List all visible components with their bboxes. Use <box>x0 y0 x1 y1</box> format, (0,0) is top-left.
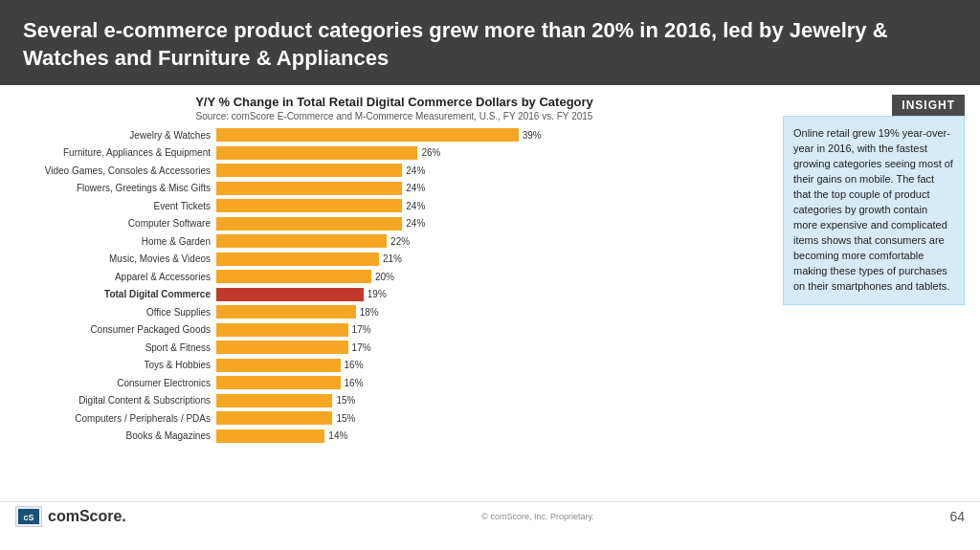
bar-value-label: 24% <box>406 218 425 229</box>
bar-label: Sport & Fitness <box>15 342 216 353</box>
bar-label: Consumer Packaged Goods <box>15 324 216 335</box>
table-row: Books & Magazines14% <box>15 429 773 444</box>
bar-value-label: 17% <box>352 324 371 335</box>
bar-label: Computer Software <box>15 218 216 229</box>
bar-value-label: 16% <box>345 378 364 388</box>
bar-label: Toys & Hobbies <box>15 360 216 370</box>
table-row: Digital Content & Subscriptions15% <box>15 393 773 408</box>
bar-value-label: 15% <box>336 413 355 424</box>
svg-text:cS: cS <box>23 513 33 522</box>
footer-page: 64 <box>949 509 965 524</box>
bar-value-label: 17% <box>352 342 371 353</box>
table-row: Toys & Hobbies16% <box>15 358 773 373</box>
bar-label: Home & Garden <box>15 236 216 247</box>
chart-section: Y/Y % Change in Total Retail Digital Com… <box>15 95 773 495</box>
logo-text: comScore. <box>48 508 126 525</box>
bar-label: Digital Content & Subscriptions <box>15 395 216 406</box>
footer: cS comScore. © comScore, Inc. Proprietar… <box>0 501 980 530</box>
table-row: Consumer Packaged Goods17% <box>15 322 773 338</box>
bar-fill <box>216 305 356 319</box>
comscore-logo-icon: cS <box>15 506 42 527</box>
bar-container: 24% <box>216 199 773 212</box>
bar-container: 18% <box>216 305 773 319</box>
chart-subtitle: Source: comScore E-Commerce and M-Commer… <box>15 111 773 121</box>
bar-fill <box>216 270 371 283</box>
bar-container: 14% <box>216 429 773 443</box>
chart-title: Y/Y % Change in Total Retail Digital Com… <box>15 95 773 109</box>
table-row: Sport & Fitness17% <box>15 340 773 355</box>
table-row: Event Tickets24% <box>15 198 773 213</box>
bar-container: 19% <box>216 288 773 301</box>
bar-container: 26% <box>216 146 773 160</box>
bar-value-label: 18% <box>360 307 379 318</box>
bar-label: Apparel & Accessories <box>15 272 216 282</box>
bar-chart: Jewelry & Watches39%Furniture, Appliance… <box>15 127 773 444</box>
bar-container: 16% <box>216 359 773 372</box>
bar-fill <box>216 288 364 301</box>
slide-title: Several e-commerce product categories gr… <box>23 17 957 72</box>
bar-container: 17% <box>216 341 773 354</box>
bar-value-label: 26% <box>421 147 440 158</box>
bar-label: Video Games, Consoles & Accessories <box>15 165 216 176</box>
bar-container: 15% <box>216 411 773 425</box>
bar-value-label: 24% <box>406 183 425 193</box>
bar-fill <box>216 253 379 266</box>
bar-fill <box>216 199 402 212</box>
bar-value-label: 15% <box>336 395 355 406</box>
footer-copyright: © comScore, Inc. Proprietary. <box>481 512 594 521</box>
bar-fill <box>216 182 402 195</box>
bar-label: Music, Movies & Videos <box>15 253 216 264</box>
table-row: Office Supplies18% <box>15 304 773 319</box>
table-row: Jewelry & Watches39% <box>15 127 773 143</box>
bar-container: 17% <box>216 323 773 337</box>
bar-container: 24% <box>216 164 773 177</box>
bar-value-label: 22% <box>390 236 410 247</box>
bar-container: 21% <box>216 253 773 266</box>
bar-fill <box>216 323 348 337</box>
bar-label: Office Supplies <box>15 307 216 318</box>
table-row: Apparel & Accessories20% <box>15 269 773 284</box>
bar-label: Jewelry & Watches <box>15 130 216 141</box>
bar-container: 22% <box>216 234 773 248</box>
bar-label: Event Tickets <box>15 201 216 211</box>
slide-header: Several e-commerce product categories gr… <box>0 0 980 85</box>
bar-value-label: 24% <box>406 201 425 211</box>
table-row: Total Digital Commerce19% <box>15 287 773 302</box>
insight-box: Online retail grew 19% year-over-year in… <box>783 116 965 304</box>
bar-value-label: 24% <box>406 165 425 176</box>
bar-fill <box>216 341 348 354</box>
table-row: Computer Software24% <box>15 216 773 231</box>
bar-container: 24% <box>216 217 773 231</box>
table-row: Computers / Peripherals / PDAs15% <box>15 410 773 426</box>
bar-fill <box>216 146 417 160</box>
bar-value-label: 20% <box>375 272 394 282</box>
bar-container: 20% <box>216 270 773 283</box>
bar-fill <box>216 164 402 177</box>
bar-value-label: 39% <box>523 130 542 141</box>
bar-fill <box>216 359 341 372</box>
bar-label: Flowers, Greetings & Misc Gifts <box>15 183 216 193</box>
bar-fill <box>216 376 341 389</box>
bar-fill <box>216 429 324 443</box>
table-row: Flowers, Greetings & Misc Gifts24% <box>15 181 773 196</box>
table-row: Video Games, Consoles & Accessories24% <box>15 163 773 178</box>
bar-container: 15% <box>216 394 773 407</box>
bar-value-label: 16% <box>345 360 364 370</box>
bar-label: Computers / Peripherals / PDAs <box>15 413 216 424</box>
bar-value-label: 21% <box>383 253 402 264</box>
bar-value-label: 19% <box>368 289 387 299</box>
table-row: Home & Garden22% <box>15 233 773 249</box>
insight-section: INSIGHT Online retail grew 19% year-over… <box>783 95 965 495</box>
table-row: Music, Movies & Videos21% <box>15 252 773 267</box>
bar-value-label: 14% <box>328 430 347 441</box>
bar-fill <box>216 394 332 407</box>
bar-label: Books & Magazines <box>15 430 216 441</box>
bar-fill <box>216 128 519 142</box>
insight-label: INSIGHT <box>892 95 965 116</box>
footer-logo: cS comScore. <box>15 506 126 527</box>
bar-fill <box>216 234 387 248</box>
bar-container: 16% <box>216 376 773 389</box>
bar-container: 39% <box>216 128 773 142</box>
bar-fill <box>216 411 332 425</box>
table-row: Consumer Electronics16% <box>15 375 773 390</box>
